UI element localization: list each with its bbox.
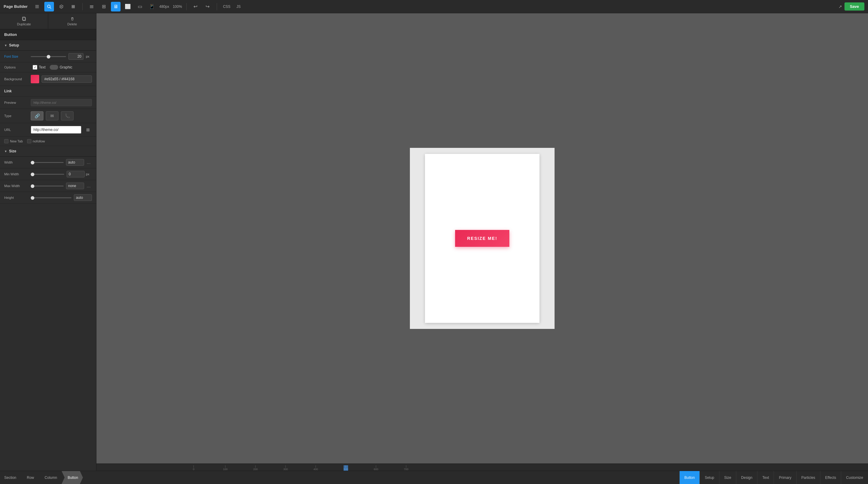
sidebar-toggle-btn[interactable] <box>32 2 42 11</box>
max-width-slider[interactable] <box>31 186 64 187</box>
preview-input[interactable] <box>31 99 92 106</box>
external-link-icon[interactable]: ↗ <box>838 4 842 9</box>
search-btn[interactable] <box>44 2 54 11</box>
height-row: Height <box>0 192 96 204</box>
js-btn[interactable]: JS <box>235 3 243 10</box>
tab-primary-label: Primary <box>779 476 791 480</box>
left-panel: Duplicate Delete Button ▼ Setup Font Siz… <box>0 13 96 471</box>
type-email-btn[interactable]: ✉ <box>46 111 59 120</box>
width-thumb[interactable] <box>31 161 34 165</box>
hamburger-btn[interactable] <box>87 2 96 11</box>
undo-btn[interactable]: ↩ <box>191 2 200 11</box>
nofollow-option[interactable]: nofollow <box>27 139 45 143</box>
panel-actions: Duplicate Delete <box>0 13 96 29</box>
setup-arrow-icon: ▼ <box>4 44 7 47</box>
divider-3 <box>217 3 217 10</box>
nofollow-label: nofollow <box>33 139 45 143</box>
font-size-slider[interactable] <box>31 56 66 57</box>
canvas-preview-button[interactable]: RESIZE ME! <box>455 230 509 247</box>
extensions-btn[interactable] <box>68 2 78 11</box>
bottom-tabs: Button Setup Size Design Text Primary Pa… <box>679 471 868 484</box>
nofollow-checkbox[interactable] <box>27 139 31 143</box>
redo-btn[interactable]: ↪ <box>203 2 213 11</box>
duplicate-btn[interactable]: Duplicate <box>0 13 48 29</box>
text-checkbox[interactable] <box>33 65 37 70</box>
url-input[interactable] <box>31 126 82 134</box>
link-options-row: New Tab nofollow <box>0 137 96 146</box>
tab-particles[interactable]: Particles <box>796 471 820 484</box>
graphic-toggle[interactable] <box>50 65 58 70</box>
options-label: Options <box>4 65 28 69</box>
tab-button-label: Button <box>684 476 695 480</box>
min-width-slider[interactable] <box>31 174 64 175</box>
app-title: Page Builder <box>4 4 27 9</box>
setup-collapse[interactable]: ▼ Setup <box>0 40 96 51</box>
width-input[interactable] <box>66 159 84 166</box>
tab-size[interactable]: Size <box>719 471 736 484</box>
save-button[interactable]: Save <box>844 2 864 10</box>
font-size-thumb[interactable] <box>47 55 50 59</box>
max-width-dots[interactable]: … <box>85 183 92 189</box>
top-bar: Page Builder ⊞ 🖥 ⬜ ▭ 📱 480px 100% ↩ ↪ CS… <box>0 0 868 13</box>
panel-section-title: Button <box>0 29 96 40</box>
css-btn[interactable]: CSS <box>221 3 232 10</box>
tab-effects[interactable]: Effects <box>820 471 841 484</box>
device-mobile-btn[interactable]: 📱 <box>147 2 157 11</box>
background-label: Background <box>4 77 28 81</box>
background-color-text[interactable]: #e92a55 / #f44168 <box>41 76 92 83</box>
svg-line-4 <box>50 7 51 8</box>
height-label: Height <box>4 196 28 199</box>
device-desktop-large-btn[interactable]: ⊞ <box>99 2 108 11</box>
divider-1 <box>82 3 83 10</box>
graphic-option[interactable]: Graphic <box>50 65 72 70</box>
height-input[interactable] <box>74 194 92 201</box>
new-tab-checkbox[interactable] <box>4 139 8 143</box>
width-dots[interactable]: … <box>85 159 92 165</box>
breadcrumb-column[interactable]: Column <box>38 471 62 484</box>
setup-label: Setup <box>9 43 19 47</box>
delete-btn[interactable]: Delete <box>48 13 96 29</box>
ruler-tick-700: 700 <box>404 465 408 471</box>
breadcrumb-button[interactable]: Button <box>61 471 83 484</box>
tab-setup[interactable]: Setup <box>700 471 719 484</box>
ruler-tick-600: 600 <box>374 465 378 471</box>
settings-btn[interactable] <box>56 2 66 11</box>
type-phone-btn[interactable]: 📞 <box>61 111 73 120</box>
new-tab-option[interactable]: New Tab <box>4 139 23 143</box>
ruler-tick-300: 300 <box>283 465 288 471</box>
type-url-btn[interactable]: 🔗 <box>31 111 43 120</box>
svg-rect-2 <box>35 7 39 8</box>
device-tablet-landscape-btn[interactable]: ⬜ <box>123 2 133 11</box>
text-option[interactable]: Text <box>33 65 45 70</box>
min-width-thumb[interactable] <box>31 173 34 176</box>
max-width-thumb[interactable] <box>31 184 34 188</box>
breadcrumb-row-label: Row <box>27 476 34 480</box>
tab-text-label: Text <box>762 476 769 480</box>
tab-customize[interactable]: Customize <box>841 471 868 484</box>
device-desktop-btn[interactable]: 🖥 <box>111 2 121 11</box>
font-size-input[interactable] <box>68 53 84 60</box>
breadcrumb-section[interactable]: Section <box>0 471 21 484</box>
max-width-row: Max Width … <box>0 180 96 192</box>
tab-button[interactable]: Button <box>679 471 700 484</box>
canvas-area: RESIZE ME! 0 100 200 300 <box>96 13 868 471</box>
bottom-bar: Section Row Column Button Button Setup S… <box>0 471 868 484</box>
font-size-label: Font Size <box>4 55 28 58</box>
width-label: Width <box>4 161 28 164</box>
height-slider[interactable] <box>31 197 71 198</box>
breadcrumb-row[interactable]: Row <box>21 471 39 484</box>
size-collapse[interactable]: ▼ Size <box>0 146 96 156</box>
min-width-row: Min Width px <box>0 168 96 180</box>
background-color-swatch[interactable] <box>31 75 39 83</box>
tab-primary[interactable]: Primary <box>774 471 796 484</box>
divider-2 <box>186 3 187 10</box>
device-tablet-portrait-btn[interactable]: ▭ <box>135 2 145 11</box>
svg-rect-5 <box>90 5 93 6</box>
min-width-input[interactable] <box>67 171 85 177</box>
tab-design[interactable]: Design <box>736 471 757 484</box>
height-thumb[interactable] <box>31 196 34 200</box>
url-copy-btn[interactable]: ⊠ <box>84 125 92 134</box>
tab-text[interactable]: Text <box>757 471 774 484</box>
max-width-input[interactable] <box>66 182 84 189</box>
width-slider[interactable] <box>31 162 64 163</box>
